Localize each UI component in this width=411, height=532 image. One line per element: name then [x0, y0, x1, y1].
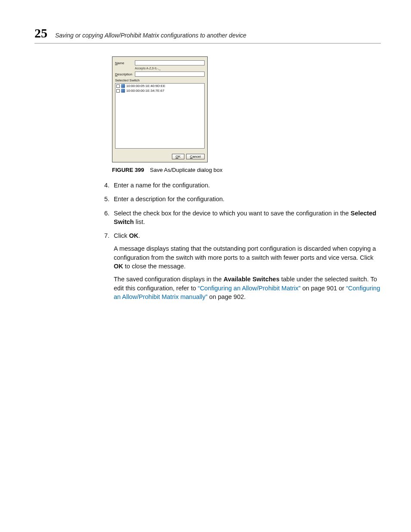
step-7: Click OK. A message displays stating tha…: [111, 231, 381, 301]
ok-button[interactable]: OK: [172, 154, 185, 159]
switch-icon: [121, 89, 125, 93]
cancel-button[interactable]: Cancel: [186, 154, 205, 159]
figure-label: FIGURE 399: [112, 167, 144, 173]
dialog-figure: Name Accepts A-Z,0-9,-,_ Description Sel…: [112, 56, 207, 162]
accepts-hint: Accepts A-Z,0-9,-,_: [135, 67, 205, 70]
checkbox-icon[interactable]: [116, 89, 120, 93]
switch-wwn: 10:00:00:05:1E:40:9D:EE: [126, 84, 165, 88]
step-4: Enter a name for the configuration.: [111, 181, 381, 190]
save-as-dialog: Name Accepts A-Z,0-9,-,_ Description Sel…: [112, 56, 208, 162]
switch-icon: [121, 84, 125, 88]
step-7-note-2: The saved configuration displays in the …: [114, 275, 381, 301]
name-input[interactable]: [135, 60, 205, 65]
link-configure-matrix[interactable]: “Configuring an Allow/Prohibit Matrix”: [198, 285, 301, 292]
checkbox-icon[interactable]: [116, 84, 120, 88]
list-item[interactable]: 10:00:00:00:1E:34:7E:67: [115, 88, 204, 93]
switch-wwn: 10:00:00:00:1E:34:7E:67: [126, 89, 165, 93]
step-6: Select the check box for the device to w…: [111, 209, 381, 227]
chapter-number: 25: [34, 26, 47, 40]
name-label: Name: [115, 61, 135, 65]
step-5: Enter a description for the configuratio…: [111, 195, 381, 203]
description-input[interactable]: [135, 72, 205, 77]
step-list: Enter a name for the configuration. Ente…: [99, 181, 381, 301]
selected-switch-label: Selected Switch: [115, 78, 205, 82]
selected-switch-list[interactable]: 10:00:00:05:1E:40:9D:EE 10:00:00:00:1E:3…: [115, 83, 205, 149]
page-header: 25 Saving or copying Allow/Prohibit Matr…: [34, 26, 381, 44]
description-label: Description: [115, 72, 135, 76]
figure-caption: FIGURE 399 Save As/Duplicate dialog box: [112, 167, 381, 173]
list-item[interactable]: 10:00:00:05:1E:40:9D:EE: [115, 84, 204, 88]
header-title: Saving or copying Allow/Prohibit Matrix …: [55, 32, 246, 39]
figure-text: Save As/Duplicate dialog box: [150, 167, 222, 173]
step-7-note-1: A message displays stating that the outs…: [114, 244, 381, 271]
